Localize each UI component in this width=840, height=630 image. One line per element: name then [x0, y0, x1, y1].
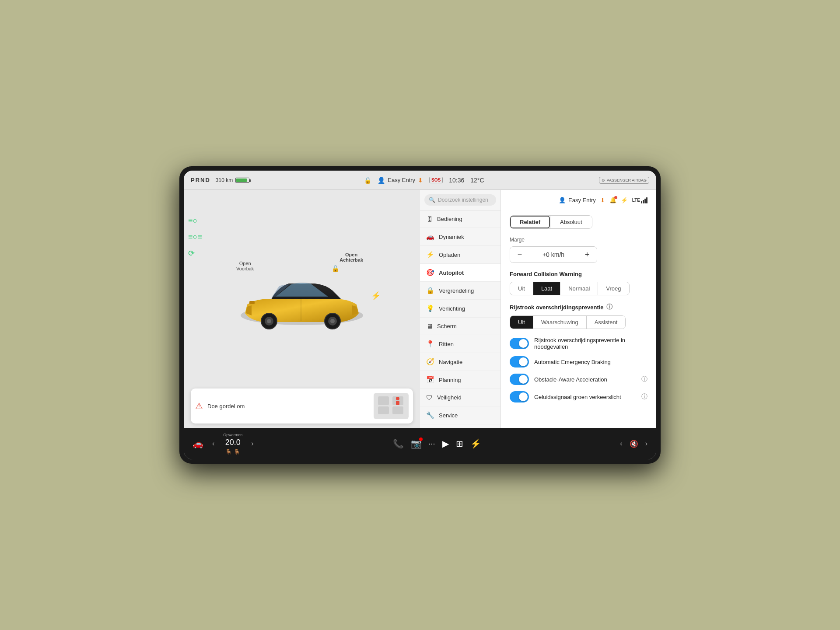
toggle-aeb-switch[interactable] [510, 356, 529, 368]
menu-item-opladen[interactable]: ⚡ Opladen [420, 246, 500, 264]
menu-item-verlichting[interactable]: 💡 Verlichting [420, 300, 500, 318]
settings-menu: 🔍 Doorzoek instellingen 🎛 Bediening 🚗 Dy… [420, 190, 501, 428]
search-icon: 🔍 [429, 197, 435, 203]
relatief-button[interactable]: Relatief [510, 216, 550, 228]
car-taskbar-item[interactable]: 🚗 [192, 438, 203, 449]
next-icon: › [251, 440, 253, 448]
temp-value: 20.0 [225, 438, 241, 447]
fcw-section: Forward Collision Warning Uit Laat Norma… [510, 271, 648, 295]
verlichting-icon: 💡 [426, 304, 434, 312]
passenger-airbag-badge: ⊘ PASSENGER AIRBAG [599, 177, 649, 184]
person-header-icon: 👤 [559, 197, 566, 203]
rop-assistent-button[interactable]: Assistent [586, 316, 626, 329]
fcw-normaal-button[interactable]: Normaal [560, 282, 598, 295]
rop-info-icon[interactable]: ⓘ [606, 303, 612, 311]
autopilot-settings-panel: 👤 Easy Entry ⬇ 🔔 ⚡ LTE [501, 190, 656, 428]
rop-waarschuwing-button[interactable]: Waarschuwing [533, 316, 586, 329]
menu-item-software[interactable]: ⬇ Software [420, 424, 500, 428]
grid-icon: ⊞ [456, 438, 463, 449]
taskbar-center: 📞 📷 ··· ▶ ⊞ ⚡ [393, 438, 481, 449]
settings-subheader: 👤 Easy Entry ⬇ 🔔 ⚡ LTE [510, 197, 648, 208]
planning-icon: 📅 [426, 376, 434, 384]
planning-label: Planning [439, 377, 461, 383]
screen: PRND 310 km 🔒 👤 Easy Entry ⬇ SOS 10:36 1… [184, 171, 656, 459]
menu-item-autopilot[interactable]: 🎯 Autopilot [420, 264, 500, 282]
open-achterbak-label[interactable]: OpenAchterbak [340, 252, 363, 262]
bar2 [643, 200, 644, 203]
menu-item-bediening[interactable]: 🎛 Bediening [420, 210, 500, 228]
svg-rect-14 [396, 401, 399, 405]
toggle-geluid-label: Geluidssignaal groen verkeerslicht [534, 394, 639, 400]
download-header-icon: ⬇ [600, 197, 605, 203]
fcw-vroeg-button[interactable]: Vroeg [598, 282, 629, 295]
phone-button[interactable]: 📞 [393, 438, 404, 449]
toggle-oaa-switch[interactable] [510, 374, 529, 385]
svg-rect-9 [378, 396, 389, 405]
toggle-geluid: Geluidssignaal groen verkeerslicht ⓘ [510, 391, 648, 402]
lock-small-icon: 🔓 [332, 265, 339, 272]
menu-item-navigatie[interactable]: 🧭 Navigatie [420, 353, 500, 371]
geluid-info-icon[interactable]: ⓘ [641, 393, 648, 401]
menu-item-scherm[interactable]: 🖥 Scherm [420, 318, 500, 335]
mute-button[interactable]: 🔇 [630, 440, 638, 448]
dots-icon: ··· [429, 439, 435, 448]
marge-minus-button[interactable]: − [510, 247, 529, 262]
menu-item-veiligheid[interactable]: 🛡 Veiligheid [420, 389, 500, 406]
ritten-label: Ritten [439, 341, 454, 347]
next-button[interactable]: › [251, 440, 253, 448]
fcw-segment-group: Uit Laat Normaal Vroeg [510, 282, 630, 295]
bar4 [646, 197, 648, 203]
menu-item-ritten[interactable]: 📍 Ritten [420, 335, 500, 353]
easy-entry-header-text: Easy Entry [568, 197, 596, 203]
prev-vol-icon: ‹ [620, 440, 622, 448]
marge-value: +0 km/h [530, 251, 577, 258]
oaa-info-icon[interactable]: ⓘ [641, 375, 648, 383]
sos-badge: SOS [429, 177, 443, 183]
absoluut-button[interactable]: Absoluut [550, 216, 592, 228]
main-content: ≡○ ≡○≡ ⟳ OpenVoorbak OpenAchterbak 🔓 [184, 190, 656, 428]
temp-display-row: 20.0 [225, 438, 241, 447]
heat-control[interactable]: Opwarmen 20.0 🪑 🪑 [223, 433, 242, 455]
media-button[interactable]: ▶ [442, 438, 449, 449]
toggle-geluid-switch[interactable] [510, 391, 529, 402]
grid-button[interactable]: ⊞ [456, 438, 463, 449]
phone-icon: 📞 [393, 438, 404, 449]
autopilot-icon: 🎯 [426, 269, 434, 276]
prev-button[interactable]: ‹ [212, 440, 214, 448]
header-icons: 👤 Easy Entry ⬇ 🔔 ⚡ LTE [559, 197, 648, 203]
menu-item-service[interactable]: 🔧 Service [420, 406, 500, 424]
taskbar: 🚗 ‹ Opwarmen 20.0 🪑 🪑 › [184, 428, 656, 459]
prev-vol-button[interactable]: ‹ [620, 440, 622, 448]
fcw-laat-button[interactable]: Laat [533, 282, 560, 295]
alert-triangle-icon: ⚠ [195, 401, 203, 411]
scherm-icon: 🖥 [426, 322, 433, 330]
menu-item-dynamiek[interactable]: 🚗 Dynamiek [420, 228, 500, 246]
fcw-title: Forward Collision Warning [510, 271, 648, 277]
search-input-display[interactable]: 🔍 Doorzoek instellingen [424, 194, 496, 206]
svg-rect-8 [249, 301, 255, 304]
next-vol-button[interactable]: › [645, 440, 648, 448]
dots-button[interactable]: ··· [429, 439, 435, 448]
vergrendeling-label: Vergrendeling [439, 287, 474, 294]
camera-button-wrap[interactable]: 📷 [411, 438, 422, 449]
bluetooth-header-icon: ⚡ [621, 197, 628, 203]
geluid-label-row: Geluidssignaal groen verkeerslicht ⓘ [534, 393, 648, 401]
menu-item-planning[interactable]: 📅 Planning [420, 371, 500, 389]
rop-uit-button[interactable]: Uit [510, 316, 533, 329]
menu-item-vergrendeling[interactable]: 🔒 Vergrendeling [420, 282, 500, 300]
toggle-oaa-label: Obstacle-Aware Acceleration [534, 376, 639, 383]
autopilot-label: Autopilot [439, 270, 464, 276]
battery-bar [235, 178, 249, 183]
seat-svg [376, 394, 406, 418]
car-taskbar-icon: 🚗 [192, 438, 203, 449]
top-status-bar: PRND 310 km 🔒 👤 Easy Entry ⬇ SOS 10:36 1… [184, 171, 656, 190]
marge-stepper: − +0 km/h + [510, 246, 597, 263]
bluetooth-button[interactable]: ⚡ [470, 438, 481, 449]
prev-icon: ‹ [212, 440, 214, 448]
toggle-rop-switch[interactable] [510, 338, 529, 349]
marge-plus-button[interactable]: + [578, 247, 597, 262]
prnd-display: PRND [191, 177, 210, 183]
rop-title: Rijstrook overschrijdingspreventie [510, 304, 604, 311]
easy-entry-header: 👤 Easy Entry [559, 197, 596, 203]
fcw-uit-button[interactable]: Uit [510, 282, 533, 295]
